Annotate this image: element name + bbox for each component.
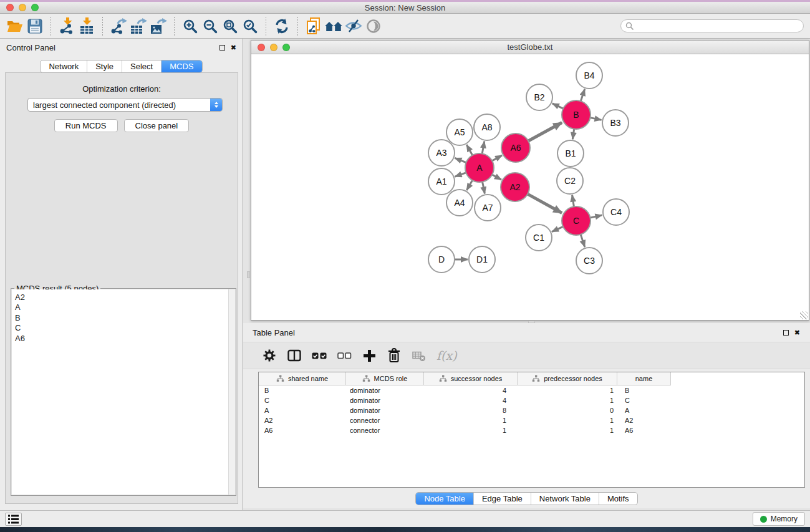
tab-select[interactable]: Select [122, 60, 161, 72]
tab-motifs[interactable]: Motifs [599, 493, 637, 505]
graph-edge-A-A2[interactable] [492, 175, 501, 180]
table-cell[interactable]: A [259, 407, 346, 414]
graph-edge-A-A5[interactable] [466, 145, 472, 155]
graph-edge-B-B2[interactable] [552, 104, 563, 109]
mcds-result-item[interactable]: A2 [15, 293, 235, 302]
select-all-button[interactable] [312, 348, 327, 363]
graph-edge-B-B4[interactable] [581, 89, 584, 101]
table-cell[interactable]: A6 [617, 427, 671, 434]
graph-node-B2[interactable]: B2 [526, 84, 552, 110]
table-cell[interactable]: 1 [424, 417, 518, 424]
graph-node-D[interactable]: D [428, 246, 455, 273]
delete-table-button[interactable] [412, 348, 427, 363]
tab-edge-table[interactable]: Edge Table [473, 493, 531, 505]
graph-edge-C-C2[interactable] [572, 195, 574, 207]
graph-node-A8[interactable]: A8 [474, 114, 500, 140]
table-cell[interactable]: 1 [518, 387, 617, 394]
table-cell[interactable]: B [259, 387, 346, 394]
delete-row-button[interactable] [387, 348, 402, 363]
graph-node-A3[interactable]: A3 [428, 140, 455, 166]
table-cell[interactable]: dominator [346, 397, 424, 404]
table-cell[interactable]: 4 [424, 397, 518, 404]
table-cell[interactable]: connector [346, 417, 424, 424]
save-session-button[interactable] [25, 16, 45, 36]
table-cell[interactable]: A2 [259, 417, 346, 424]
graph-node-B[interactable]: B [562, 100, 591, 129]
mcds-list-scrollbar[interactable] [228, 289, 235, 495]
graph-node-A4[interactable]: A4 [446, 190, 473, 216]
export-network-button[interactable] [108, 16, 128, 36]
table-cell[interactable]: A6 [259, 427, 346, 434]
graph-node-C1[interactable]: C1 [526, 225, 552, 251]
function-builder-button[interactable]: f(x) [436, 348, 457, 363]
add-row-button[interactable] [362, 348, 377, 363]
import-network-button[interactable] [57, 16, 77, 36]
zoom-in-button[interactable] [180, 16, 200, 36]
zoom-out-button[interactable] [200, 16, 220, 36]
graph-node-A1[interactable]: A1 [428, 168, 455, 195]
graph-edge-A2-C[interactable] [528, 194, 562, 213]
graph-edge-B-B3[interactable] [591, 118, 602, 120]
graph-edge-A-A3[interactable] [455, 158, 466, 162]
table-cell[interactable]: 0 [518, 407, 617, 414]
table-cell[interactable]: 4 [424, 387, 518, 394]
run-mcds-button[interactable]: Run MCDS [54, 119, 118, 132]
tab-mcds[interactable]: MCDS [161, 60, 201, 72]
table-cell[interactable]: 1 [518, 427, 617, 434]
column-header-successor-nodes[interactable]: successor nodes [424, 372, 518, 385]
refresh-button[interactable] [272, 16, 292, 36]
graph-edge-C-C1[interactable] [552, 226, 563, 231]
criterion-dropdown[interactable]: largest connected component (directed) [27, 98, 223, 112]
mcds-result-item[interactable]: B [15, 313, 235, 323]
table-cell[interactable]: dominator [346, 387, 424, 394]
graph-node-A5[interactable]: A5 [446, 119, 473, 145]
vertical-split-handle[interactable] [247, 271, 250, 278]
zoom-selected-button[interactable] [240, 16, 260, 36]
memory-button[interactable]: Memory [753, 512, 805, 526]
open-cybrowser-button[interactable] [324, 16, 344, 36]
graph-node-A6[interactable]: A6 [501, 133, 530, 162]
column-header-shared-name[interactable]: shared name [259, 372, 346, 385]
graph-edge-A-A1[interactable] [455, 173, 466, 177]
show-graphics-details-button[interactable] [364, 16, 383, 36]
table-cell[interactable]: A2 [617, 417, 671, 424]
graph-edge-A-A6[interactable] [492, 155, 502, 161]
tab-network-table[interactable]: Network Table [531, 493, 599, 505]
clone-network-button[interactable] [304, 16, 324, 36]
deselect-all-button[interactable] [337, 348, 352, 363]
window-resize-grip[interactable] [800, 311, 808, 319]
table-cell[interactable]: connector [346, 427, 424, 434]
graph-node-A[interactable]: A [465, 153, 494, 182]
table-cell[interactable]: dominator [346, 407, 424, 414]
table-cell[interactable]: C [259, 397, 346, 404]
graph-edge-A6-B[interactable] [528, 123, 562, 142]
table-cell[interactable]: C [617, 397, 671, 404]
graph-edge-C-C4[interactable] [591, 215, 602, 218]
import-table-button[interactable] [77, 16, 97, 36]
graph-node-A7[interactable]: A7 [475, 195, 501, 221]
search-input[interactable] [634, 21, 803, 31]
graph-node-A2[interactable]: A2 [501, 173, 529, 201]
task-history-button[interactable] [5, 513, 22, 526]
network-canvas[interactable]: B4B2BB3A5A8A6A3B1AA1C2A2A4A7C4CC1C3DD1 [252, 55, 808, 319]
tab-node-table[interactable]: Node Table [416, 493, 473, 505]
graph-node-C[interactable]: C [562, 206, 591, 235]
column-header-mcds-role[interactable]: MCDS role [346, 372, 424, 385]
graph-node-B4[interactable]: B4 [576, 62, 602, 89]
table-cell[interactable]: A [617, 407, 671, 414]
graph-edge-B-B1[interactable] [572, 129, 574, 139]
graph-node-C2[interactable]: C2 [557, 168, 583, 194]
zoom-fit-button[interactable] [220, 16, 240, 36]
float-panel-icon[interactable] [219, 45, 225, 51]
table-cell[interactable]: 1 [518, 397, 617, 404]
table-cell[interactable]: 1 [424, 427, 518, 434]
graph-node-C4[interactable]: C4 [603, 199, 629, 225]
graph-edge-A-A8[interactable] [482, 142, 485, 154]
table-cell[interactable]: B [617, 387, 671, 394]
float-table-panel-icon[interactable] [783, 330, 789, 336]
export-table-button[interactable] [128, 16, 148, 36]
column-header-name[interactable]: name [617, 372, 671, 385]
close-panel-icon[interactable]: ✖ [231, 45, 236, 51]
column-header-predecessor-nodes[interactable]: predecessor nodes [518, 372, 617, 385]
table-cell[interactable]: 8 [424, 407, 518, 414]
